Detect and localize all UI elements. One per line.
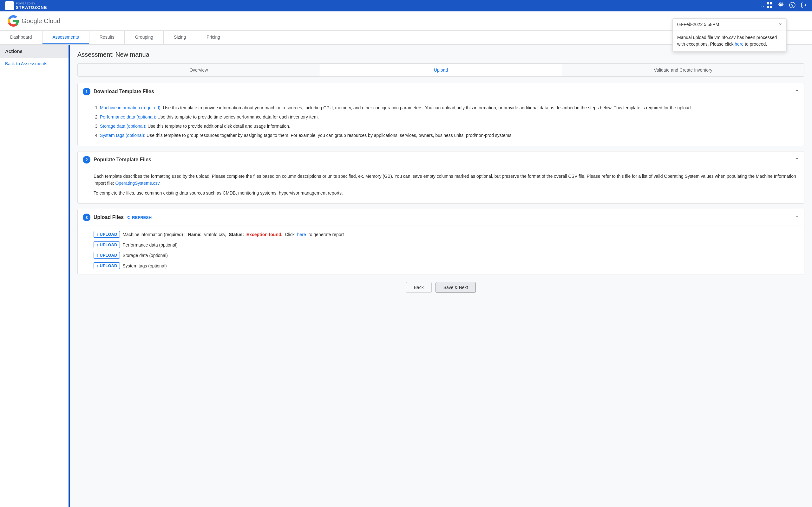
populate-paragraph2: To complete the files, use common existi… bbox=[94, 189, 799, 196]
sub-tab-upload[interactable]: Upload bbox=[320, 64, 562, 76]
system-tags-description: System tags (optional) bbox=[122, 263, 166, 268]
performance-link[interactable]: Performance data (optional): bbox=[100, 114, 156, 119]
svg-text:?: ? bbox=[791, 3, 793, 8]
populate-section-number: 2 bbox=[83, 156, 90, 164]
help-icon[interactable]: ? bbox=[789, 2, 796, 10]
list-item: Machine information (required): Use this… bbox=[100, 105, 799, 111]
upload-section-collapse-icon[interactable]: ⌃ bbox=[795, 215, 799, 221]
machine-info-link[interactable]: Machine information (required): bbox=[100, 105, 162, 110]
name-label: Name: bbox=[188, 232, 202, 237]
system-tags-desc: Use this template to group resources tog… bbox=[147, 133, 513, 138]
google-cloud-logo: Google Cloud bbox=[8, 15, 60, 26]
upload-system-tags-button[interactable]: ↑ UPLOAD bbox=[94, 262, 120, 269]
populate-section-collapse-icon[interactable]: ⌃ bbox=[795, 157, 799, 163]
upload-section-header-left: 3 Upload Files ↻ REFRESH bbox=[83, 214, 152, 221]
logout-icon[interactable] bbox=[801, 2, 807, 10]
storage-desc: Use this template to provide additional … bbox=[148, 124, 290, 129]
download-section: 1 Download Template Files ⌃ Machine info… bbox=[78, 83, 804, 146]
topbar-left: POWERED BY STRATOZONE bbox=[5, 1, 47, 10]
product-name: STRATOZONE bbox=[16, 5, 47, 10]
svg-rect-5 bbox=[770, 2, 772, 4]
upload-storage-button[interactable]: ↑ UPLOAD bbox=[94, 252, 120, 259]
action-text: Click bbox=[285, 232, 294, 237]
stratozone-logo-icon bbox=[5, 1, 14, 10]
google-cloud-icon bbox=[8, 15, 19, 26]
notification-timestamp: 04-Feb-2022 5:58PM bbox=[677, 22, 719, 27]
exception-report-link[interactable]: here bbox=[297, 232, 306, 237]
template-list: Machine information (required): Use this… bbox=[94, 105, 799, 139]
tab-results[interactable]: Results bbox=[90, 31, 125, 44]
grid-icon[interactable]: ⋯ bbox=[759, 2, 773, 10]
upload-section-header: 3 Upload Files ↻ REFRESH ⌃ bbox=[78, 209, 804, 226]
system-tags-link[interactable]: System tags (optional): bbox=[100, 133, 145, 138]
populate-section: 2 Populate Template Files ⌃ Each templat… bbox=[78, 151, 804, 204]
notification-popup: 04-Feb-2022 5:58PM × Manual upload file … bbox=[672, 18, 786, 52]
performance-desc: Use this template to provide time-series… bbox=[157, 114, 319, 119]
refresh-button[interactable]: ↻ REFRESH bbox=[127, 215, 152, 220]
upload-items-list: ↑ UPLOAD Machine information (required) … bbox=[78, 226, 804, 274]
tab-dashboard[interactable]: Dashboard bbox=[0, 31, 43, 44]
upload-row-performance: ↑ UPLOAD Performance data (optional) bbox=[94, 239, 799, 250]
upload-icon: ↑ bbox=[96, 232, 99, 237]
upload-section: 3 Upload Files ↻ REFRESH ⌃ ↑ UPLOAD Mac bbox=[78, 209, 804, 274]
upload-machine-info-button[interactable]: ↑ UPLOAD bbox=[94, 231, 120, 238]
storage-description: Storage data (optional) bbox=[122, 253, 167, 258]
populate-section-header-left: 2 Populate Template Files bbox=[83, 156, 151, 164]
status-badge: Exception found. bbox=[247, 232, 283, 237]
download-section-number: 1 bbox=[83, 88, 90, 95]
svg-rect-3 bbox=[10, 6, 13, 9]
download-section-header: 1 Download Template Files ⌃ bbox=[78, 83, 804, 100]
notification-message-suffix: to proceed. bbox=[744, 42, 767, 47]
notification-here-link[interactable]: here bbox=[734, 42, 744, 47]
sub-tab-validate[interactable]: Validate and Create Inventory bbox=[562, 64, 804, 76]
main-layout: Actions Back to Assessments Assessment: … bbox=[0, 45, 812, 507]
storage-link[interactable]: Storage data (optional): bbox=[100, 124, 146, 129]
upload-icon: ↑ bbox=[96, 242, 99, 247]
sub-tabs: Overview Upload Validate and Create Inve… bbox=[78, 63, 804, 77]
svg-rect-6 bbox=[767, 6, 769, 8]
svg-rect-7 bbox=[770, 6, 772, 8]
list-item: Storage data (optional): Use this templa… bbox=[100, 123, 799, 130]
sidebar-item-back-to-assessments[interactable]: Back to Assessments bbox=[0, 58, 68, 69]
performance-description: Performance data (optional) bbox=[122, 242, 177, 247]
sidebar: Actions Back to Assessments bbox=[0, 45, 70, 507]
upload-icon: ↑ bbox=[96, 263, 99, 268]
stratozone-brand-text: POWERED BY STRATOZONE bbox=[16, 2, 47, 10]
tab-sizing[interactable]: Sizing bbox=[164, 31, 196, 44]
file-name-value: vmInfo.csv, bbox=[204, 232, 226, 237]
upload-performance-button[interactable]: ↑ UPLOAD bbox=[94, 241, 120, 248]
machine-info-description: Machine information (required) : bbox=[122, 232, 185, 237]
refresh-label: REFRESH bbox=[132, 215, 152, 220]
sub-tab-overview[interactable]: Overview bbox=[78, 64, 320, 76]
powered-by-label: POWERED BY bbox=[16, 2, 47, 5]
settings-icon[interactable] bbox=[778, 2, 784, 10]
upload-section-title: Upload Files bbox=[94, 215, 124, 220]
action-suffix: to generate report bbox=[309, 232, 344, 237]
list-item: Performance data (optional): Use this te… bbox=[100, 114, 799, 120]
tab-grouping[interactable]: Grouping bbox=[125, 31, 164, 44]
save-next-button[interactable]: Save & Next bbox=[436, 282, 476, 293]
tab-pricing[interactable]: Pricing bbox=[196, 31, 230, 44]
refresh-icon: ↻ bbox=[127, 215, 131, 220]
os-csv-link[interactable]: OperatingSystems.csv bbox=[115, 181, 159, 186]
upload-section-number: 3 bbox=[83, 214, 90, 221]
footer-buttons: Back Save & Next bbox=[78, 282, 804, 298]
tab-assessments[interactable]: Assessments bbox=[43, 31, 90, 44]
sidebar-header: Actions bbox=[0, 45, 68, 58]
back-button[interactable]: Back bbox=[406, 282, 432, 293]
machine-info-desc: Use this template to provide information… bbox=[163, 105, 692, 110]
topbar-right: ⋯ ? bbox=[759, 2, 807, 10]
svg-rect-0 bbox=[6, 3, 9, 5]
notification-close-button[interactable]: × bbox=[779, 22, 782, 27]
populate-paragraph1: Each template describes the formatting u… bbox=[94, 173, 799, 187]
main-content: Assessment: New manual Overview Upload V… bbox=[70, 45, 812, 507]
list-item: System tags (optional): Use this templat… bbox=[100, 132, 799, 139]
page-title: Assessment: New manual bbox=[78, 51, 804, 58]
download-section-collapse-icon[interactable]: ⌃ bbox=[795, 89, 799, 95]
populate-section-title: Populate Template Files bbox=[94, 157, 151, 163]
upload-icon: ↑ bbox=[96, 253, 99, 258]
download-section-header-left: 1 Download Template Files bbox=[83, 88, 154, 95]
google-cloud-text: Google Cloud bbox=[21, 17, 60, 25]
populate-section-body: Each template describes the formatting u… bbox=[78, 168, 804, 204]
upload-row-machine-info: ↑ UPLOAD Machine information (required) … bbox=[94, 229, 799, 239]
